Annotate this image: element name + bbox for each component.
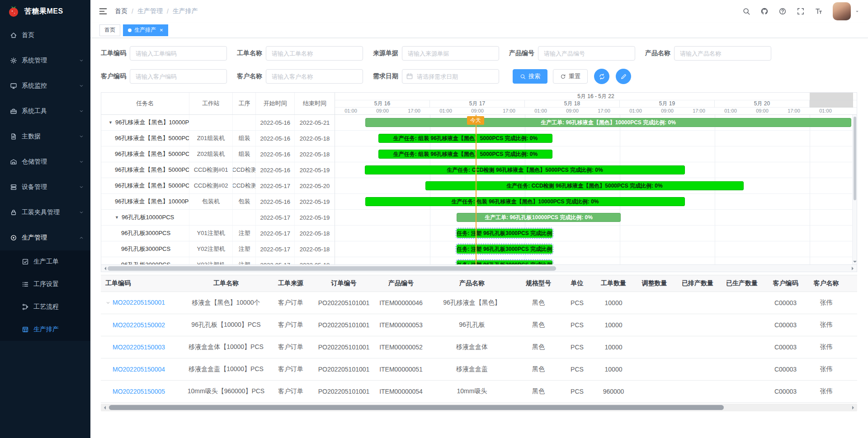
customer-name-input[interactable] xyxy=(266,69,363,84)
tab-production-scheduling[interactable]: 生产排产× xyxy=(123,24,168,36)
gantt-task-row[interactable]: ▼96孔移液盒【黑色】10000PCS2022-05-162022-05-21 xyxy=(101,115,335,131)
orders-cell-product_no: ITEM00000053 xyxy=(374,314,428,336)
sidebar-item-master-data[interactable]: 主数据 xyxy=(0,124,90,149)
order-row[interactable]: MO20220515000510mm吸头【960000】PCS客户订单PO202… xyxy=(101,381,857,403)
sidebar-subitem-process-settings[interactable]: 工序设置 xyxy=(0,273,90,296)
orders-scroll-thumb[interactable] xyxy=(109,405,724,410)
pencil-icon xyxy=(620,73,627,80)
avatar[interactable] xyxy=(833,2,851,20)
product-no-input[interactable] xyxy=(538,46,635,61)
gantt-bar-task[interactable]: 生产任务: CCD检测 96孔移液盒【黑色】5000PCS 完成比例: 0% xyxy=(365,165,685,174)
gantt-hscroll-thumb[interactable] xyxy=(108,266,556,271)
gantt-task-row[interactable]: 96孔孔板3000PCSY03注塑机注塑2022-05-172022-05-18 xyxy=(101,257,335,264)
breadcrumb-item[interactable]: 首页 xyxy=(115,7,127,15)
gantt-bar-task[interactable]: 生产任务: 注塑 96孔孔板3000PCS 完成比例: 0% xyxy=(457,260,552,264)
gantt-task-row[interactable]: 96孔孔板3000PCSY01注塑机注塑2022-05-172022-05-18 xyxy=(101,226,335,241)
reset-button[interactable]: 重置 xyxy=(553,69,588,84)
caret-down-icon[interactable] xyxy=(854,9,860,14)
app-title: 苦糖果MES xyxy=(24,7,63,16)
sidebar-item-fixture-mgmt[interactable]: 工装夹具管理 xyxy=(0,200,90,225)
tab-home[interactable]: 首页 xyxy=(99,24,120,36)
gantt-task-row[interactable]: ▼96孔孔板10000PCS2022-05-172022-05-19 xyxy=(101,210,335,226)
sidebar-item-system-mgmt[interactable]: 系统管理 xyxy=(0,48,90,73)
gantt-task-row[interactable]: 96孔孔板3000PCSY02注塑机注塑2022-05-172022-05-18 xyxy=(101,241,335,257)
gantt-bar-project[interactable]: 生产工单: 96孔孔板10000PCS 完成比例: 0% xyxy=(457,213,621,222)
scroll-right-arrow[interactable] xyxy=(852,267,855,270)
breadcrumb-separator: / xyxy=(132,8,133,15)
workorder-link[interactable]: MO202205150003 xyxy=(113,344,165,351)
gantt-bar-task[interactable]: 生产任务: CCD检测 96孔移液盒【黑色】5000PCS 完成比例: 0% xyxy=(425,181,744,190)
customer-code-input[interactable] xyxy=(130,69,227,84)
sidebar-item-home[interactable]: 首页 xyxy=(0,23,90,48)
github-button[interactable] xyxy=(757,2,772,20)
gantt-task-row[interactable]: 96孔移液盒【黑色】5000PCSZ02组装机组装2022-05-162022-… xyxy=(101,146,335,162)
search-button[interactable] xyxy=(739,2,754,20)
orders-cell-adjust_qty xyxy=(633,381,675,403)
breadcrumb-item[interactable]: 生产管理 xyxy=(137,7,163,15)
sidebar-item-equipment-mgmt[interactable]: 设备管理 xyxy=(0,174,90,200)
workorder-name-input[interactable] xyxy=(266,46,363,61)
expand-triangle-icon[interactable]: ▼ xyxy=(115,215,119,220)
sidebar-subitem-production-scheduling[interactable]: 生产排产 xyxy=(0,318,90,341)
sidebar-item-system-monitor[interactable]: 系统监控 xyxy=(0,73,90,99)
orders-horizontal-scrollbar[interactable] xyxy=(101,404,857,411)
product-name-input[interactable] xyxy=(674,46,771,61)
gantt-bar-task[interactable]: 生产任务: 组装 96孔移液盒【黑色】5000PCS 完成比例: 0% xyxy=(378,134,552,143)
gantt-bar-project[interactable]: 生产工单: 96孔移液盒【黑色】10000PCS 完成比例: 0% xyxy=(365,118,851,127)
gantt-panel: 任务名工作站工序开始时间结束时间 5月 16 - 5月 22 5月 165月 1… xyxy=(101,92,857,272)
scroll-down-arrow[interactable] xyxy=(853,261,857,264)
toolbox-icon xyxy=(10,108,17,115)
expand-triangle-icon[interactable]: ▼ xyxy=(108,120,113,125)
sidebar-toggle-button[interactable] xyxy=(90,7,115,16)
row-expand-icon[interactable] xyxy=(105,300,113,307)
gantt-vertical-scrollbar[interactable] xyxy=(852,115,857,264)
sidebar-item-production-mgmt[interactable]: 生产管理 xyxy=(0,225,90,250)
source-doc-input[interactable] xyxy=(402,46,499,61)
tab-bar: 首页生产排产× xyxy=(90,23,868,38)
breadcrumb-separator: / xyxy=(167,8,169,15)
scroll-right-arrow[interactable] xyxy=(852,406,856,410)
orders-cell-scheduled_qty xyxy=(675,336,720,358)
gantt-task-row[interactable]: 96孔移液盒【黑色】5000PCSZ01组装机组装2022-05-162022-… xyxy=(101,131,335,146)
sidebar-subitem-process-flow[interactable]: 工艺流程 xyxy=(0,296,90,318)
sidebar-subitem-production-workorder[interactable]: 生产工单 xyxy=(0,250,90,273)
sidebar-item-system-tools[interactable]: 系统工具 xyxy=(0,99,90,124)
refresh-circle-button[interactable] xyxy=(594,69,609,84)
search-submit-button[interactable]: 搜索 xyxy=(513,69,547,84)
workorder-link[interactable]: MO202205150005 xyxy=(113,388,165,395)
order-row[interactable]: MO202205150004移液盒盒盖【10000】PCS客户订单PO20220… xyxy=(101,358,857,381)
workorder-link[interactable]: MO202205150002 xyxy=(113,321,165,329)
help-button[interactable] xyxy=(775,2,790,20)
gantt-bar-task[interactable]: 生产任务: 注塑 96孔孔板3000PCS 完成比例: 0% xyxy=(457,229,552,238)
demand-date-input[interactable] xyxy=(402,69,499,84)
gantt-bar-task[interactable]: 生产任务: 组装 96孔移液盒【黑色】5000PCS 完成比例: 0% xyxy=(378,150,552,159)
order-row[interactable]: MO202205150003移液盒盒体【10000】PCS客户订单PO20220… xyxy=(101,336,857,358)
gantt-process: 组装 xyxy=(233,146,256,162)
orders-col-product_name: 产品名称 xyxy=(428,275,516,292)
app-logo[interactable]: 苦糖果MES xyxy=(0,0,90,23)
workorder-code-input[interactable] xyxy=(130,46,227,61)
gantt-day-label: 5月 17 xyxy=(430,100,525,108)
font-size-button[interactable] xyxy=(811,2,826,20)
gantt-task-row[interactable]: 96孔移液盒【黑色】5000PCSCCD检测#01CCD检测2022-05-16… xyxy=(101,162,335,178)
gantt-vscroll-thumb[interactable] xyxy=(854,117,856,200)
gantt-day-label: 5月 19 xyxy=(620,100,715,108)
sidebar-item-warehouse-mgmt[interactable]: 仓储管理 xyxy=(0,149,90,174)
workorder-link[interactable]: MO202205150001 xyxy=(113,299,165,306)
edit-circle-button[interactable] xyxy=(616,69,631,84)
tab-close-icon[interactable]: × xyxy=(160,27,163,33)
gantt-end: 2022-05-21 xyxy=(295,115,335,130)
gantt-bar-task[interactable]: 生产任务: 注塑 96孔孔板3000PCS 完成比例: 0% xyxy=(457,245,552,254)
gantt-task-row[interactable]: 96孔移液盒【黑色】5000PCSCCD检测#02CCD检测2022-05-17… xyxy=(101,178,335,194)
orders-cell-demand_date: 2022 xyxy=(845,358,857,381)
scroll-left-arrow[interactable] xyxy=(103,267,106,270)
orders-cell-qty: 10000 xyxy=(594,336,633,358)
gantt-task-row[interactable]: 96孔移液盒【黑色】10000PCS包装机包装2022-05-162022-05… xyxy=(101,194,335,210)
fullscreen-button[interactable] xyxy=(793,2,808,20)
order-row[interactable]: MO20220515000296孔孔板【10000】PCS客户订单PO20220… xyxy=(101,314,857,336)
gantt-horizontal-scrollbar[interactable] xyxy=(101,264,857,272)
gantt-bar-task[interactable]: 生产任务: 包装 96孔移液盒【黑色】10000PCS 完成比例: 0% xyxy=(365,197,685,206)
workorder-link[interactable]: MO202205150004 xyxy=(113,366,165,373)
scroll-left-arrow[interactable] xyxy=(102,406,106,410)
order-row[interactable]: MO202205150001移液盒【黑色】10000个客户订单PO2022051… xyxy=(101,292,857,314)
